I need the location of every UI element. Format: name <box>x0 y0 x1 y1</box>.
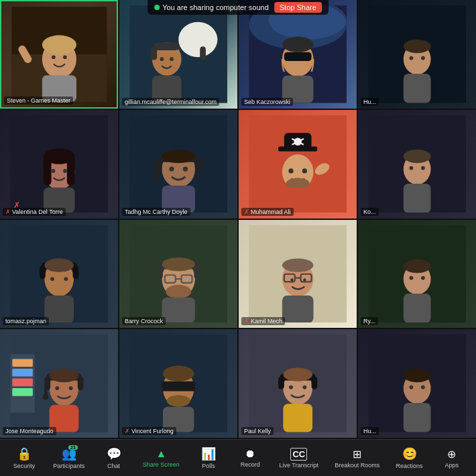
svg-rect-84 <box>194 265 200 278</box>
toolbar-chat[interactable]: 💬 Chat <box>97 444 131 472</box>
toolbar-share-screen[interactable]: ▲ Share Screen <box>139 445 184 471</box>
toolbar-apps[interactable]: ⊕ Apps <box>435 445 469 471</box>
svg-point-25 <box>282 37 314 52</box>
svg-rect-74 <box>40 265 46 278</box>
sharing-text: You are sharing computer sound <box>154 3 269 11</box>
participant-name-6: Tadhg Mc Carthy Doyle <box>122 208 190 216</box>
sharing-status-text: You are sharing computer sound <box>162 3 269 11</box>
participant-name-7: ✗Muhammad Ali <box>241 208 294 216</box>
apps-icon: ⊕ <box>447 448 456 461</box>
svg-point-121 <box>69 386 73 390</box>
svg-point-119 <box>49 369 78 382</box>
sharing-bar: You are sharing computer sound Stop Shar… <box>147 0 329 15</box>
toolbar-reactions[interactable]: 😊 Reactions <box>392 444 427 472</box>
toolbar-polls[interactable]: 📊 Polls <box>192 444 225 472</box>
toolbar-participants[interactable]: 👥 23 Participants <box>49 444 88 472</box>
participant-name-14: ✗Vincent Furlong <box>122 427 176 435</box>
svg-point-99 <box>303 278 306 281</box>
svg-point-30 <box>409 56 413 60</box>
chat-label: Chat <box>107 463 120 469</box>
svg-point-118 <box>42 394 48 400</box>
video-cell-9: tomasz.pojman <box>0 220 118 329</box>
svg-point-78 <box>64 277 68 281</box>
video-cell-1: Steven - Games Master <box>0 0 118 109</box>
participant-name-10: Barry Crocock <box>122 317 166 325</box>
svg-rect-139 <box>283 404 312 432</box>
live-transcript-label: Live Transcript <box>280 462 319 469</box>
svg-point-10 <box>180 29 192 40</box>
breakout-rooms-icon: ⊞ <box>353 448 361 461</box>
svg-point-16 <box>170 57 174 61</box>
svg-rect-111 <box>12 379 33 387</box>
video-cell-14: ✗Vincent Furlong <box>119 329 237 438</box>
video-cell-16: Hu... <box>358 329 476 438</box>
svg-rect-46 <box>195 158 202 173</box>
participants-badge: 23 <box>68 445 78 450</box>
chat-icon: 💬 <box>107 447 121 461</box>
svg-point-29 <box>404 40 431 53</box>
svg-point-6 <box>63 55 67 59</box>
svg-rect-127 <box>180 383 193 390</box>
svg-rect-109 <box>12 359 33 367</box>
reactions-icon: 😊 <box>402 447 417 461</box>
toolbar-security[interactable]: 🔒 Security <box>7 444 41 472</box>
share-screen-label: Share Screen <box>143 461 180 468</box>
toolbar: 🔒 Security 👥 23 Participants 💬 Chat ▲ Sh… <box>0 439 476 476</box>
toolbar-breakout-rooms[interactable]: ⊞ Breakout Rooms <box>331 445 383 471</box>
apps-label: Apps <box>444 462 459 469</box>
participants-label: Participants <box>53 463 84 469</box>
participant-name-4: Hu... <box>361 98 379 106</box>
video-cell-8: Ko... <box>358 110 476 219</box>
svg-point-49 <box>162 150 194 163</box>
participant-name-16: Hu... <box>361 427 379 435</box>
reactions-label: Reactions <box>396 463 423 469</box>
participant-name-1: Steven - Games Master <box>4 97 73 105</box>
svg-rect-112 <box>12 388 33 396</box>
svg-point-97 <box>282 258 314 272</box>
stop-share-button[interactable]: Stop Share <box>274 2 322 13</box>
video-cell-15: Paul Kelly <box>239 329 357 438</box>
svg-point-69 <box>421 166 425 170</box>
svg-point-31 <box>421 56 425 60</box>
svg-point-15 <box>160 57 164 61</box>
svg-point-129 <box>163 366 194 381</box>
toolbar-record[interactable]: ⏺ Record <box>233 445 267 471</box>
video-cell-7: ✗Muhammad Ali <box>239 110 357 219</box>
video-grid: Steven - Games Master gillian.mcauliffe@… <box>0 0 476 439</box>
participant-name-3: Seb Kaczorowski <box>241 98 293 106</box>
svg-point-50 <box>169 166 174 171</box>
svg-rect-24 <box>300 53 310 60</box>
svg-rect-37 <box>67 156 75 186</box>
participant-name-15: Paul Kelly <box>241 427 274 435</box>
svg-point-76 <box>44 258 74 272</box>
svg-rect-90 <box>162 297 194 322</box>
svg-rect-13 <box>151 46 157 60</box>
participant-name-12: Ry... <box>361 317 378 325</box>
svg-point-39 <box>63 169 67 173</box>
svg-point-104 <box>409 276 413 280</box>
green-indicator <box>154 5 160 10</box>
toolbar-live-transcript[interactable]: CC Live Transcript <box>276 445 323 471</box>
svg-point-143 <box>409 385 413 390</box>
svg-rect-83 <box>157 265 163 278</box>
participant-name-5: ✗Valentina Del Torre <box>3 208 66 216</box>
svg-point-142 <box>404 369 431 382</box>
svg-point-105 <box>421 276 425 280</box>
svg-rect-116 <box>78 377 84 390</box>
live-transcript-icon: CC <box>290 448 307 461</box>
svg-point-103 <box>404 259 431 273</box>
video-cell-10: Barry Crocock <box>119 220 237 329</box>
svg-rect-32 <box>404 74 431 103</box>
svg-point-5 <box>52 55 56 59</box>
svg-point-61 <box>302 168 307 173</box>
record-icon: ⏺ <box>245 448 255 460</box>
svg-point-60 <box>288 168 293 173</box>
svg-point-77 <box>50 277 54 281</box>
svg-point-88 <box>166 284 191 298</box>
participant-name-2: gillian.mcauliffe@terminalfour.com <box>122 98 219 106</box>
svg-point-89 <box>162 257 194 271</box>
svg-point-9 <box>178 22 217 57</box>
polls-label: Polls <box>202 463 215 469</box>
svg-rect-110 <box>12 369 33 377</box>
participant-name-13: Jose Monteagudo <box>3 427 56 435</box>
